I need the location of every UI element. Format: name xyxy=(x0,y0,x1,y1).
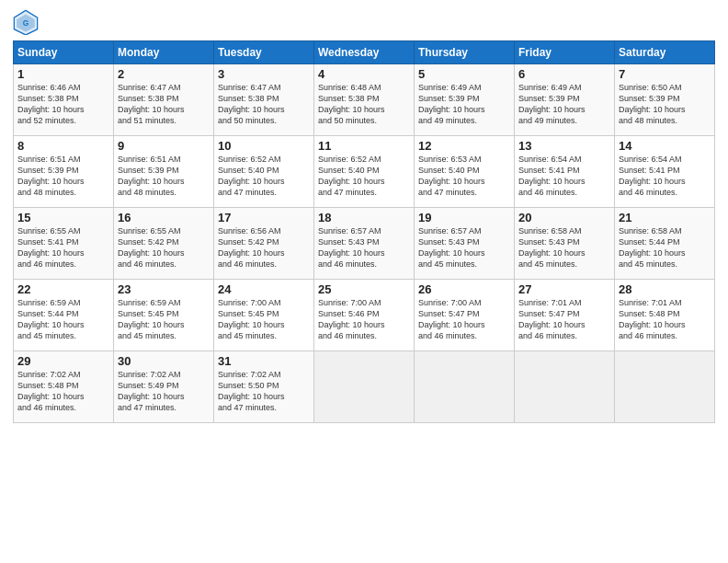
day-info: Sunrise: 7:02 AM Sunset: 5:49 PM Dayligh… xyxy=(118,369,210,414)
day-info: Sunrise: 6:49 AM Sunset: 5:39 PM Dayligh… xyxy=(418,82,510,127)
calendar-day: 21Sunrise: 6:58 AM Sunset: 5:44 PM Dayli… xyxy=(615,208,715,280)
day-info: Sunrise: 6:46 AM Sunset: 5:38 PM Dayligh… xyxy=(17,82,109,127)
day-number: 3 xyxy=(218,67,310,81)
day-number: 18 xyxy=(318,211,410,224)
day-info: Sunrise: 6:55 AM Sunset: 5:42 PM Dayligh… xyxy=(118,225,210,270)
calendar-day: 30Sunrise: 7:02 AM Sunset: 5:49 PM Dayli… xyxy=(114,351,214,423)
day-info: Sunrise: 6:48 AM Sunset: 5:38 PM Dayligh… xyxy=(318,82,410,127)
day-number: 23 xyxy=(118,282,210,296)
col-header-thursday: Thursday xyxy=(415,41,515,64)
col-header-wednesday: Wednesday xyxy=(314,41,415,64)
day-number: 16 xyxy=(118,211,210,224)
day-number: 14 xyxy=(619,139,711,153)
calendar-day: 22Sunrise: 6:59 AM Sunset: 5:44 PM Dayli… xyxy=(14,280,114,351)
day-info: Sunrise: 6:55 AM Sunset: 5:41 PM Dayligh… xyxy=(17,225,109,270)
day-number: 5 xyxy=(418,67,510,81)
calendar-day: 12Sunrise: 6:53 AM Sunset: 5:40 PM Dayli… xyxy=(415,136,515,208)
calendar-day: 4Sunrise: 6:48 AM Sunset: 5:38 PM Daylig… xyxy=(314,64,415,136)
calendar-day: 17Sunrise: 6:56 AM Sunset: 5:42 PM Dayli… xyxy=(214,208,314,280)
day-number: 13 xyxy=(518,139,610,153)
page-header: G xyxy=(13,9,715,35)
day-info: Sunrise: 6:58 AM Sunset: 5:44 PM Dayligh… xyxy=(619,225,711,270)
calendar-day: 2Sunrise: 6:47 AM Sunset: 5:38 PM Daylig… xyxy=(114,64,214,136)
calendar-week-3: 15Sunrise: 6:55 AM Sunset: 5:41 PM Dayli… xyxy=(14,208,715,280)
day-number: 9 xyxy=(118,139,210,153)
day-info: Sunrise: 7:00 AM Sunset: 5:47 PM Dayligh… xyxy=(418,297,510,342)
day-info: Sunrise: 6:54 AM Sunset: 5:41 PM Dayligh… xyxy=(619,154,711,199)
col-header-saturday: Saturday xyxy=(615,41,715,64)
calendar-day: 29Sunrise: 7:02 AM Sunset: 5:48 PM Dayli… xyxy=(14,351,114,423)
calendar-day: 18Sunrise: 6:57 AM Sunset: 5:43 PM Dayli… xyxy=(314,208,415,280)
day-number: 21 xyxy=(619,211,711,224)
day-info: Sunrise: 6:57 AM Sunset: 5:43 PM Dayligh… xyxy=(318,225,410,270)
calendar-day: 11Sunrise: 6:52 AM Sunset: 5:40 PM Dayli… xyxy=(314,136,415,208)
calendar-week-1: 1Sunrise: 6:46 AM Sunset: 5:38 PM Daylig… xyxy=(14,64,715,136)
calendar-day: 25Sunrise: 7:00 AM Sunset: 5:46 PM Dayli… xyxy=(314,280,415,351)
col-header-sunday: Sunday xyxy=(14,41,114,64)
day-number: 7 xyxy=(619,67,711,81)
calendar-table: SundayMondayTuesdayWednesdayThursdayFrid… xyxy=(13,40,715,423)
day-info: Sunrise: 6:47 AM Sunset: 5:38 PM Dayligh… xyxy=(218,82,310,127)
day-info: Sunrise: 7:01 AM Sunset: 5:48 PM Dayligh… xyxy=(619,297,711,342)
day-number: 29 xyxy=(17,354,109,368)
day-number: 20 xyxy=(518,211,610,224)
day-info: Sunrise: 6:58 AM Sunset: 5:43 PM Dayligh… xyxy=(518,225,610,270)
calendar-day: 13Sunrise: 6:54 AM Sunset: 5:41 PM Dayli… xyxy=(515,136,615,208)
calendar-day: 10Sunrise: 6:52 AM Sunset: 5:40 PM Dayli… xyxy=(214,136,314,208)
col-header-friday: Friday xyxy=(515,41,615,64)
svg-text:G: G xyxy=(23,18,29,28)
day-info: Sunrise: 6:59 AM Sunset: 5:44 PM Dayligh… xyxy=(17,297,109,342)
day-info: Sunrise: 6:52 AM Sunset: 5:40 PM Dayligh… xyxy=(318,154,410,199)
day-number: 27 xyxy=(518,282,610,296)
page-container: G SundayMondayTuesdayWednesdayThursdayFr… xyxy=(0,0,728,431)
day-info: Sunrise: 6:52 AM Sunset: 5:40 PM Dayligh… xyxy=(218,154,310,199)
day-number: 31 xyxy=(218,354,310,368)
day-info: Sunrise: 6:56 AM Sunset: 5:42 PM Dayligh… xyxy=(218,225,310,270)
calendar-day: 20Sunrise: 6:58 AM Sunset: 5:43 PM Dayli… xyxy=(515,208,615,280)
day-info: Sunrise: 6:50 AM Sunset: 5:39 PM Dayligh… xyxy=(619,82,711,127)
calendar-day: 8Sunrise: 6:51 AM Sunset: 5:39 PM Daylig… xyxy=(14,136,114,208)
calendar-day: 1Sunrise: 6:46 AM Sunset: 5:38 PM Daylig… xyxy=(14,64,114,136)
day-info: Sunrise: 6:49 AM Sunset: 5:39 PM Dayligh… xyxy=(518,82,610,127)
col-header-monday: Monday xyxy=(114,41,214,64)
day-info: Sunrise: 7:00 AM Sunset: 5:46 PM Dayligh… xyxy=(318,297,410,342)
day-number: 24 xyxy=(218,282,310,296)
calendar-day xyxy=(615,351,715,423)
calendar-week-5: 29Sunrise: 7:02 AM Sunset: 5:48 PM Dayli… xyxy=(14,351,715,423)
calendar-week-4: 22Sunrise: 6:59 AM Sunset: 5:44 PM Dayli… xyxy=(14,280,715,351)
day-info: Sunrise: 6:51 AM Sunset: 5:39 PM Dayligh… xyxy=(17,154,109,199)
calendar-day: 31Sunrise: 7:02 AM Sunset: 5:50 PM Dayli… xyxy=(214,351,314,423)
header-row: SundayMondayTuesdayWednesdayThursdayFrid… xyxy=(14,41,715,64)
day-number: 11 xyxy=(318,139,410,153)
calendar-day xyxy=(314,351,415,423)
day-info: Sunrise: 7:02 AM Sunset: 5:48 PM Dayligh… xyxy=(17,369,109,414)
logo-icon: G xyxy=(13,9,39,35)
day-info: Sunrise: 6:51 AM Sunset: 5:39 PM Dayligh… xyxy=(118,154,210,199)
calendar-day: 28Sunrise: 7:01 AM Sunset: 5:48 PM Dayli… xyxy=(615,280,715,351)
day-number: 8 xyxy=(17,139,109,153)
day-number: 26 xyxy=(418,282,510,296)
col-header-tuesday: Tuesday xyxy=(214,41,314,64)
calendar-day: 24Sunrise: 7:00 AM Sunset: 5:45 PM Dayli… xyxy=(214,280,314,351)
calendar-day: 19Sunrise: 6:57 AM Sunset: 5:43 PM Dayli… xyxy=(415,208,515,280)
day-number: 17 xyxy=(218,211,310,224)
day-number: 30 xyxy=(118,354,210,368)
calendar-day: 26Sunrise: 7:00 AM Sunset: 5:47 PM Dayli… xyxy=(415,280,515,351)
day-info: Sunrise: 7:02 AM Sunset: 5:50 PM Dayligh… xyxy=(218,369,310,414)
day-number: 10 xyxy=(218,139,310,153)
calendar-day: 14Sunrise: 6:54 AM Sunset: 5:41 PM Dayli… xyxy=(615,136,715,208)
day-number: 22 xyxy=(17,282,109,296)
day-number: 2 xyxy=(118,67,210,81)
day-info: Sunrise: 6:53 AM Sunset: 5:40 PM Dayligh… xyxy=(418,154,510,199)
day-info: Sunrise: 6:57 AM Sunset: 5:43 PM Dayligh… xyxy=(418,225,510,270)
day-info: Sunrise: 7:00 AM Sunset: 5:45 PM Dayligh… xyxy=(218,297,310,342)
calendar-day: 6Sunrise: 6:49 AM Sunset: 5:39 PM Daylig… xyxy=(515,64,615,136)
logo: G xyxy=(13,9,42,35)
day-number: 12 xyxy=(418,139,510,153)
day-number: 28 xyxy=(619,282,711,296)
calendar-day xyxy=(515,351,615,423)
calendar-day: 15Sunrise: 6:55 AM Sunset: 5:41 PM Dayli… xyxy=(14,208,114,280)
calendar-day: 3Sunrise: 6:47 AM Sunset: 5:38 PM Daylig… xyxy=(214,64,314,136)
day-info: Sunrise: 6:54 AM Sunset: 5:41 PM Dayligh… xyxy=(518,154,610,199)
day-number: 1 xyxy=(17,67,109,81)
